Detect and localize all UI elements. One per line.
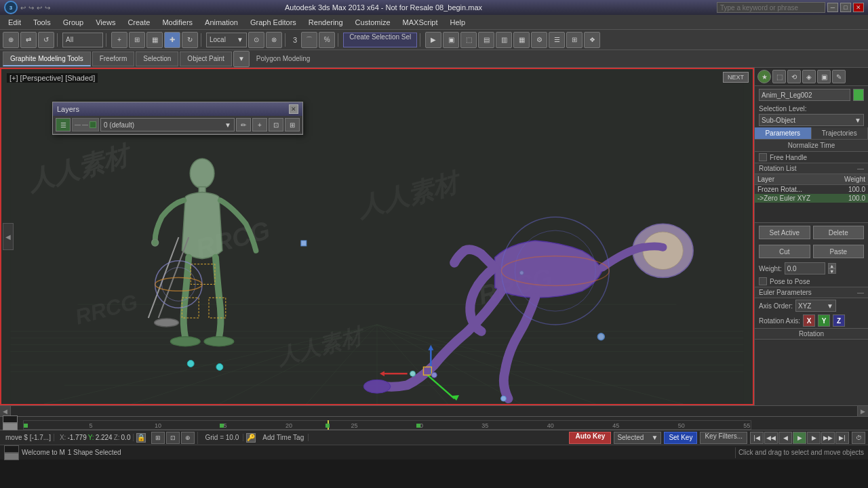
tool-cfg3-btn[interactable]: ⊞: [566, 32, 583, 48]
lock-icon[interactable]: 🔒: [136, 433, 146, 443]
transport-skip-start[interactable]: |◀: [750, 432, 764, 444]
tool-cfg2-btn[interactable]: ☰: [549, 32, 565, 48]
snap-angle-btn[interactable]: ⌒: [301, 32, 317, 48]
timeline-track[interactable]: 0 5 10 15 20 25 30 35 40 45 50 55: [23, 420, 751, 430]
create-selection-button[interactable]: Create Selection Sel: [343, 33, 417, 47]
rotation-row-2[interactable]: ->Zero Euler XYZ 100.0: [755, 194, 868, 203]
bg-color-swatch[interactable]: [4, 453, 19, 460]
tool-move-btn[interactable]: ⇄: [20, 32, 37, 48]
tool-cfg-btn[interactable]: ⚙: [531, 32, 547, 48]
axis-order-dropdown[interactable]: XYZ▼: [795, 300, 836, 312]
delete-button[interactable]: Delete: [813, 226, 865, 239]
tool-cfg4-btn[interactable]: ❖: [584, 32, 600, 48]
layers-edit-btn[interactable]: ✏: [236, 118, 251, 131]
axis-x-button[interactable]: X: [803, 314, 815, 327]
tab-extra-btn[interactable]: ▼: [233, 51, 250, 67]
tool-transform-btn[interactable]: ✚: [164, 32, 180, 48]
tool-array-btn[interactable]: ▦: [146, 32, 163, 48]
status-icon-2[interactable]: ⊡: [166, 432, 180, 444]
menu-tools[interactable]: Tools: [28, 17, 56, 28]
menu-edit[interactable]: Edit: [3, 17, 26, 28]
tool-snap-btn[interactable]: +: [111, 32, 127, 48]
tool-rotate2-btn[interactable]: ↻: [182, 32, 198, 48]
panel-icon-4[interactable]: ◈: [802, 70, 816, 83]
swatch-dark[interactable]: [3, 415, 18, 423]
axis-z-button[interactable]: Z: [833, 314, 845, 327]
coord-system-dropdown[interactable]: Local▼: [206, 33, 247, 47]
viewport[interactable]: [+] [Perspective] [Shaded] NEXT: [0, 68, 754, 405]
tab-parameters[interactable]: Parameters: [755, 127, 812, 139]
timeline-next-btn[interactable]: ▶: [857, 406, 868, 417]
menu-maxscript[interactable]: MAXScript: [397, 17, 443, 28]
paste-button[interactable]: Paste: [813, 245, 865, 258]
tool-render3-btn[interactable]: ▥: [496, 32, 512, 48]
transport-play[interactable]: ▶: [793, 432, 806, 444]
status-icon-1[interactable]: ⊞: [151, 432, 165, 444]
menu-group[interactable]: Group: [58, 17, 90, 28]
euler-params-header[interactable]: Euler Parameters —: [755, 287, 868, 298]
layers-dialog-titlebar[interactable]: Layers ✕: [53, 102, 302, 116]
layers-option-btn[interactable]: ⊞: [285, 118, 300, 131]
anim-name-input[interactable]: Anim_R_Leg002: [759, 89, 850, 101]
transport-prev-frame[interactable]: ◀: [778, 432, 792, 444]
maximize-button[interactable]: □: [840, 3, 851, 12]
layers-select-btn[interactable]: ⊡: [269, 118, 283, 131]
panel-icon-3[interactable]: ⟲: [787, 70, 801, 83]
key-filters-button[interactable]: Key Filters...: [700, 432, 747, 444]
auto-key-button[interactable]: Auto Key: [569, 432, 611, 444]
menu-graph-editors[interactable]: Graph Editors: [245, 17, 302, 28]
menu-customize[interactable]: Customize: [350, 17, 396, 28]
menu-rendering[interactable]: Rendering: [303, 17, 349, 28]
swatch-light[interactable]: [3, 423, 18, 430]
panel-icon-2[interactable]: ⬚: [772, 70, 786, 83]
snap-percent-btn[interactable]: %: [319, 32, 335, 48]
weight-input[interactable]: [785, 262, 825, 274]
search-input[interactable]: [717, 2, 825, 13]
tab-object-paint[interactable]: Object Paint: [180, 52, 231, 66]
tool-render-btn[interactable]: ⬚: [460, 32, 477, 48]
tool-render4-btn[interactable]: ▦: [513, 32, 530, 48]
transport-skip-end[interactable]: ▶|: [835, 432, 849, 444]
tool-anim-btn[interactable]: ▶: [425, 32, 441, 48]
tool-rotate-btn[interactable]: ↺: [38, 32, 54, 48]
set-active-button[interactable]: Set Active: [759, 226, 810, 239]
pose-to-pose-checkbox[interactable]: [759, 277, 767, 285]
layers-add-btn[interactable]: +: [252, 118, 267, 131]
key-icon[interactable]: 🔑: [246, 433, 256, 443]
menu-views[interactable]: Views: [90, 17, 121, 28]
tool-scene-btn[interactable]: ▣: [443, 32, 459, 48]
minimize-button[interactable]: ─: [827, 3, 838, 12]
fg-color-swatch[interactable]: [4, 445, 19, 453]
rotation-list-header[interactable]: Rotation List —: [755, 163, 868, 174]
tool-pivot-btn[interactable]: ⊙: [248, 32, 264, 48]
transport-next-key[interactable]: ▶▶: [821, 432, 835, 444]
tool-mirror-btn[interactable]: ⊞: [129, 32, 145, 48]
tool-render2-btn[interactable]: ▤: [478, 32, 494, 48]
menu-create[interactable]: Create: [122, 17, 155, 28]
layers-scene-btn[interactable]: ☰: [56, 118, 71, 131]
layers-name-dropdown[interactable]: 0 (default) ▼: [100, 118, 235, 131]
tab-selection[interactable]: Selection: [136, 52, 178, 66]
next-button[interactable]: NEXT: [723, 72, 749, 83]
status-icon-3[interactable]: ⊕: [181, 432, 195, 444]
set-key-button[interactable]: Set Key: [664, 432, 697, 444]
layer-dropdown[interactable]: All: [62, 33, 103, 47]
weight-up-btn[interactable]: ▲: [828, 263, 836, 268]
tab-graphite[interactable]: Graphite Modeling Tools: [3, 52, 91, 66]
tab-freeform[interactable]: Freeform: [92, 52, 135, 66]
menu-help[interactable]: Help: [445, 17, 471, 28]
tab-trajectories[interactable]: Trajectories: [812, 127, 869, 139]
anim-color-swatch[interactable]: [853, 89, 864, 101]
panel-icon-6[interactable]: ✎: [832, 70, 846, 83]
close-button[interactable]: ✕: [853, 3, 864, 12]
selection-level-dropdown[interactable]: Sub-Object▼: [759, 114, 864, 126]
axis-y-button[interactable]: Y: [818, 314, 830, 327]
tool-select-btn[interactable]: ⊕: [3, 32, 19, 48]
weight-down-btn[interactable]: ▼: [828, 268, 836, 274]
rotation-row-1[interactable]: Frozen Rotat... 100.0: [755, 185, 868, 194]
viewport-nav-left[interactable]: ◀: [3, 223, 14, 250]
free-handle-checkbox[interactable]: [759, 153, 767, 161]
transport-prev-key[interactable]: ◀◀: [764, 432, 778, 444]
menu-animation[interactable]: Animation: [199, 17, 243, 28]
transport-next-frame[interactable]: ▶: [807, 432, 821, 444]
